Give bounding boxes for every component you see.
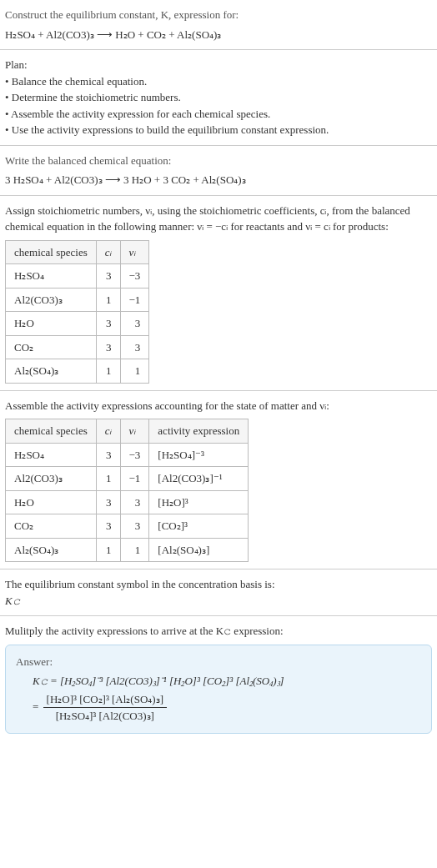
cell-species: Al₂(SO₄)₃ bbox=[6, 538, 97, 562]
cell-species: H₂SO₄ bbox=[6, 264, 97, 288]
section-symbol: The equilibrium constant symbol in the c… bbox=[0, 569, 437, 616]
cell-vi: 3 bbox=[120, 514, 149, 539]
cell-species: Al2(CO3)₃ bbox=[6, 467, 97, 491]
final-text: Mulitply the activity expressions to arr… bbox=[5, 623, 432, 640]
cell-species: H₂SO₄ bbox=[6, 443, 97, 467]
col-species: chemical species bbox=[6, 419, 97, 444]
plan-bullet-3: • Assemble the activity expression for e… bbox=[5, 106, 432, 123]
cell-species: H₂O bbox=[6, 312, 97, 336]
cell-species: CO₂ bbox=[6, 514, 97, 539]
cell-species: CO₂ bbox=[6, 335, 97, 359]
table-row: Al₂(SO₄)₃11 bbox=[6, 359, 149, 384]
cell-species: Al₂(SO₄)₃ bbox=[6, 359, 97, 384]
table-row: H₂O33 bbox=[6, 312, 149, 336]
prompt-text: Construct the equilibrium constant, K, e… bbox=[5, 7, 432, 23]
plan-heading: Plan: bbox=[5, 57, 432, 73]
equals-sign: = bbox=[33, 700, 42, 712]
cell-ci: 1 bbox=[96, 538, 120, 562]
col-vi: νᵢ bbox=[120, 240, 149, 264]
stoich-table: chemical species cᵢ νᵢ H₂SO₄3−3 Al2(CO3)… bbox=[5, 240, 149, 384]
kc-line1: K𝚌 = [H₂SO₄]⁻³ [Al2(CO3)₃]⁻¹ [H₂O]³ [CO₂… bbox=[33, 675, 284, 687]
cell-activity: [Al₂(SO₄)₃] bbox=[149, 538, 249, 562]
table-row: H₂SO₄3−3[H₂SO₄]⁻³ bbox=[6, 443, 249, 467]
balanced-equation: 3 H₂SO₄ + Al2(CO3)₃ ⟶ 3 H₂O + 3 CO₂ + Al… bbox=[5, 172, 432, 188]
col-ci: cᵢ bbox=[96, 240, 120, 264]
fraction-denominator: [H₂SO₄]³ [Al2(CO3)₃] bbox=[43, 708, 167, 725]
answer-label: Answer: bbox=[16, 654, 421, 670]
section-prompt: Construct the equilibrium constant, K, e… bbox=[0, 0, 437, 50]
cell-ci: 3 bbox=[96, 335, 120, 359]
cell-ci: 3 bbox=[96, 312, 120, 336]
kc-fraction: [H₂O]³ [CO₂]³ [Al₂(SO₄)₃] [H₂SO₄]³ [Al2(… bbox=[43, 691, 167, 725]
col-vi: νᵢ bbox=[120, 419, 149, 444]
cell-ci: 3 bbox=[96, 443, 120, 467]
activity-table: chemical species cᵢ νᵢ activity expressi… bbox=[5, 419, 249, 562]
symbol-text: The equilibrium constant symbol in the c… bbox=[5, 576, 432, 593]
table-row: Al2(CO3)₃1−1 bbox=[6, 288, 149, 312]
stoich-text: Assign stoichiometric numbers, νᵢ, using… bbox=[5, 203, 432, 235]
section-stoich: Assign stoichiometric numbers, νᵢ, using… bbox=[0, 196, 437, 391]
cell-ci: 3 bbox=[96, 264, 120, 288]
cell-vi: 1 bbox=[120, 359, 149, 384]
col-ci: cᵢ bbox=[96, 419, 120, 444]
kc-fraction-line: = [H₂O]³ [CO₂]³ [Al₂(SO₄)₃] [H₂SO₄]³ [Al… bbox=[33, 691, 421, 725]
cell-species: Al2(CO3)₃ bbox=[6, 288, 97, 312]
table-row: CO₂33 bbox=[6, 335, 149, 359]
cell-ci: 3 bbox=[96, 514, 120, 539]
kc-symbol: K𝚌 bbox=[5, 593, 432, 610]
table-row: Al₂(SO₄)₃11[Al₂(SO₄)₃] bbox=[6, 538, 249, 562]
table-row: H₂O33[H₂O]³ bbox=[6, 490, 249, 514]
cell-species: H₂O bbox=[6, 490, 97, 514]
kc-expanded: K𝚌 = [H₂SO₄]⁻³ [Al2(CO3)₃]⁻¹ [H₂O]³ [CO₂… bbox=[33, 673, 421, 690]
cell-ci: 1 bbox=[96, 467, 120, 491]
plan-bullet-2: • Determine the stoichiometric numbers. bbox=[5, 89, 432, 106]
plan-bullet-4: • Use the activity expressions to build … bbox=[5, 122, 432, 138]
answer-box: Answer: K𝚌 = [H₂SO₄]⁻³ [Al2(CO3)₃]⁻¹ [H₂… bbox=[5, 645, 432, 734]
cell-ci: 3 bbox=[96, 490, 120, 514]
fraction-numerator: [H₂O]³ [CO₂]³ [Al₂(SO₄)₃] bbox=[43, 691, 167, 709]
activity-text: Assemble the activity expressions accoun… bbox=[5, 398, 432, 414]
cell-vi: 3 bbox=[120, 312, 149, 336]
cell-vi: 3 bbox=[120, 490, 149, 514]
table-header-row: chemical species cᵢ νᵢ activity expressi… bbox=[6, 419, 249, 444]
cell-vi: −3 bbox=[120, 264, 149, 288]
section-balanced: Write the balanced chemical equation: 3 … bbox=[0, 146, 437, 196]
unbalanced-equation: H₂SO₄ + Al2(CO3)₃ ⟶ H₂O + CO₂ + Al₂(SO₄)… bbox=[5, 27, 432, 43]
section-activity: Assemble the activity expressions accoun… bbox=[0, 391, 437, 570]
balanced-prompt: Write the balanced chemical equation: bbox=[5, 153, 432, 169]
cell-vi: −1 bbox=[120, 467, 149, 491]
col-activity: activity expression bbox=[149, 419, 249, 444]
plan-bullet-1: • Balance the chemical equation. bbox=[5, 73, 432, 90]
section-plan: Plan: • Balance the chemical equation. •… bbox=[0, 50, 437, 146]
cell-vi: 3 bbox=[120, 335, 149, 359]
table-header-row: chemical species cᵢ νᵢ bbox=[6, 240, 149, 264]
cell-activity: [H₂SO₄]⁻³ bbox=[149, 443, 249, 467]
section-final: Mulitply the activity expressions to arr… bbox=[0, 616, 437, 740]
cell-vi: −3 bbox=[120, 443, 149, 467]
cell-ci: 1 bbox=[96, 359, 120, 384]
cell-activity: [Al2(CO3)₃]⁻¹ bbox=[149, 467, 249, 491]
cell-activity: [CO₂]³ bbox=[149, 514, 249, 539]
table-row: Al2(CO3)₃1−1[Al2(CO3)₃]⁻¹ bbox=[6, 467, 249, 491]
col-species: chemical species bbox=[6, 240, 97, 264]
table-row: H₂SO₄3−3 bbox=[6, 264, 149, 288]
cell-vi: 1 bbox=[120, 538, 149, 562]
cell-vi: −1 bbox=[120, 288, 149, 312]
table-row: CO₂33[CO₂]³ bbox=[6, 514, 249, 539]
cell-ci: 1 bbox=[96, 288, 120, 312]
cell-activity: [H₂O]³ bbox=[149, 490, 249, 514]
